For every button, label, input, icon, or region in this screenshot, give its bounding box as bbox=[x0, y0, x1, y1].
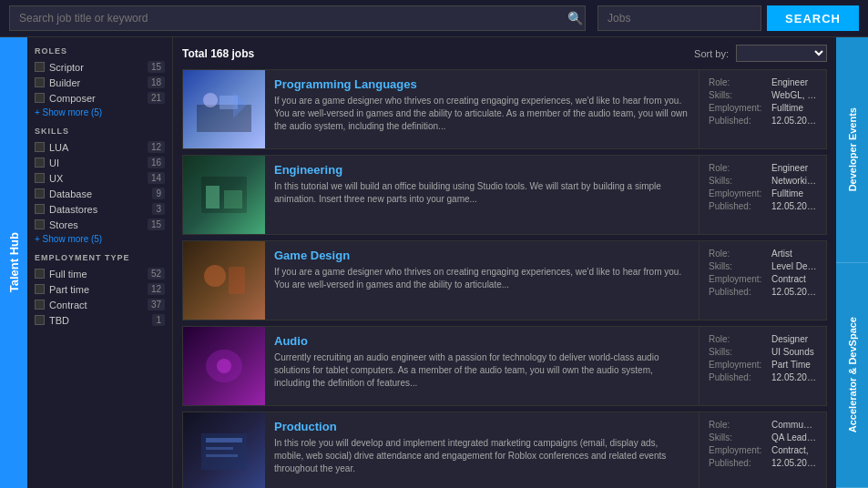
filter-datastores: Datastores 3 bbox=[35, 203, 165, 215]
filter-ux-count: 14 bbox=[148, 172, 165, 184]
job-card-3: Game Design If you are a game designer w… bbox=[182, 240, 827, 320]
job-title-4[interactable]: Audio bbox=[274, 334, 689, 348]
search-location-input[interactable] bbox=[597, 5, 761, 31]
job-desc-2: In this tutorial we will build an office… bbox=[274, 180, 689, 206]
roles-show-more[interactable]: + Show more (5) bbox=[35, 107, 165, 117]
filter-lua-checkbox[interactable] bbox=[35, 142, 45, 152]
talent-hub-tab[interactable]: Talent Hub bbox=[0, 37, 27, 488]
job-image-1 bbox=[183, 70, 265, 148]
filter-composer-checkbox[interactable] bbox=[35, 93, 45, 103]
right-tabs: Developer Events Accelerator & DevSpace bbox=[836, 37, 868, 488]
filter-ux: UX 14 bbox=[35, 172, 165, 184]
meta-skills-key: Skills: bbox=[709, 90, 768, 100]
filter-builder-checkbox[interactable] bbox=[35, 77, 45, 87]
job-image-3 bbox=[183, 241, 265, 320]
job-published-3: 12.05.2019 bbox=[771, 287, 817, 297]
meta-role-key: Role: bbox=[709, 77, 768, 87]
search-icon: 🔍 bbox=[567, 11, 583, 25]
filter-ux-checkbox[interactable] bbox=[35, 173, 45, 183]
sidebar: ROLES Scriptor 15 Builder 18 Composer 21… bbox=[27, 37, 173, 488]
job-title-3[interactable]: Game Design bbox=[274, 249, 689, 262]
job-thumbnail-5 bbox=[197, 429, 251, 474]
job-image-4 bbox=[183, 327, 265, 405]
content-header: Total 168 jobs Sort by: Newest Oldest bbox=[182, 45, 827, 62]
job-info-1: Programming Languages If you are a game … bbox=[265, 70, 699, 148]
job-published-4: 12.05.2019 bbox=[771, 372, 817, 382]
job-employment-3: Contract bbox=[771, 274, 806, 284]
search-job-input[interactable] bbox=[9, 5, 586, 31]
job-thumbnail-3 bbox=[197, 258, 251, 303]
job-desc-4: Currently recruiting an audio engineer w… bbox=[274, 351, 689, 390]
job-skills-2: Networking, Sec... bbox=[771, 176, 817, 186]
sort-select[interactable]: Newest Oldest bbox=[736, 45, 827, 62]
job-employment-2: Fulltime bbox=[771, 188, 803, 198]
job-thumbnail-1 bbox=[197, 86, 251, 132]
skills-show-more[interactable]: + Show more (5) bbox=[35, 234, 165, 244]
job-role-1: Engineer bbox=[771, 77, 808, 87]
job-title-1[interactable]: Programming Languages bbox=[274, 77, 689, 91]
job-meta-3: Role:Artist Skills:Level Design Employme… bbox=[699, 241, 826, 320]
job-published-1: 12.05.2019 bbox=[771, 116, 817, 126]
job-info-2: Engineering In this tutorial we will bui… bbox=[265, 156, 699, 234]
job-desc-3: If you are a game designer who thrives o… bbox=[274, 266, 689, 291]
filter-tbd-label: TBD bbox=[49, 315, 69, 326]
job-published-2: 12.05.2019 bbox=[771, 201, 817, 211]
filter-datastores-checkbox[interactable] bbox=[35, 204, 45, 214]
filter-database-label: Database bbox=[49, 188, 92, 199]
job-info-4: Audio Currently recruiting an audio engi… bbox=[265, 327, 699, 405]
filter-database-checkbox[interactable] bbox=[35, 188, 45, 198]
filter-builder-count: 18 bbox=[148, 76, 165, 88]
filter-builder: Builder 18 bbox=[35, 76, 165, 88]
header: 🔍 SEARCH bbox=[0, 0, 868, 37]
job-info-3: Game Design If you are a game designer w… bbox=[265, 241, 699, 320]
filter-contract-checkbox[interactable] bbox=[35, 300, 45, 310]
filter-stores-checkbox[interactable] bbox=[35, 219, 45, 229]
job-title-2[interactable]: Engineering bbox=[274, 163, 689, 177]
filter-fulltime: Full time 52 bbox=[35, 268, 165, 280]
filter-ui-checkbox[interactable] bbox=[35, 158, 45, 168]
job-role-2: Engineer bbox=[771, 163, 808, 173]
job-skills-1: WebGL, CSS, HT... bbox=[771, 90, 817, 100]
filter-contract-count: 37 bbox=[148, 299, 165, 310]
job-card-4: Audio Currently recruiting an audio engi… bbox=[182, 326, 827, 406]
filter-scriptor-checkbox[interactable] bbox=[35, 62, 45, 72]
job-meta-4: Role:Designer Skills:UI Sounds Employmen… bbox=[699, 327, 826, 405]
filter-database: Database 9 bbox=[35, 188, 165, 199]
svg-rect-8 bbox=[229, 267, 245, 294]
job-card-5: Production In this role you will develop… bbox=[182, 412, 827, 488]
job-meta-1: Role:Engineer Skills:WebGL, CSS, HT... E… bbox=[699, 70, 826, 148]
filter-lua-label: LUA bbox=[49, 142, 68, 153]
filter-datastores-count: 3 bbox=[152, 203, 165, 215]
filter-stores-count: 15 bbox=[148, 219, 165, 230]
job-employment-1: Fulltime bbox=[771, 103, 803, 113]
developer-events-label: Developer Events bbox=[847, 107, 858, 191]
skills-section-title: SKILLS bbox=[35, 127, 165, 136]
main-layout: Talent Hub ROLES Scriptor 15 Builder 18 … bbox=[0, 37, 868, 488]
job-role-3: Artist bbox=[771, 249, 792, 259]
svg-rect-14 bbox=[206, 454, 238, 457]
job-desc-1: If you are a game designer who thrives o… bbox=[274, 95, 689, 133]
meta-employment-key: Employment: bbox=[709, 103, 768, 113]
job-role-5: Community Ma... bbox=[771, 420, 817, 430]
svg-point-1 bbox=[203, 93, 218, 107]
filter-fulltime-label: Full time bbox=[49, 269, 87, 280]
filter-fulltime-checkbox[interactable] bbox=[35, 269, 45, 279]
filter-contract-label: Contract bbox=[49, 300, 87, 310]
meta-published-key: Published: bbox=[709, 116, 768, 126]
job-image-5 bbox=[183, 412, 265, 488]
filter-parttime-checkbox[interactable] bbox=[35, 284, 45, 294]
accelerator-devspace-tab[interactable]: Accelerator & DevSpace bbox=[836, 263, 868, 489]
search-button[interactable]: SEARCH bbox=[767, 5, 859, 31]
job-title-5[interactable]: Production bbox=[274, 420, 689, 433]
filter-scriptor: Scriptor 15 bbox=[35, 61, 165, 73]
filter-ux-label: UX bbox=[49, 173, 63, 184]
developer-events-tab[interactable]: Developer Events bbox=[836, 37, 868, 263]
job-skills-4: UI Sounds bbox=[771, 347, 814, 357]
filter-fulltime-count: 52 bbox=[148, 268, 165, 280]
filter-tbd-checkbox[interactable] bbox=[35, 315, 45, 325]
job-skills-3: Level Design bbox=[771, 261, 817, 271]
filter-stores: Stores 15 bbox=[35, 219, 165, 230]
svg-point-10 bbox=[217, 359, 231, 373]
filter-parttime-label: Part time bbox=[49, 284, 89, 295]
filter-database-count: 9 bbox=[152, 188, 165, 199]
